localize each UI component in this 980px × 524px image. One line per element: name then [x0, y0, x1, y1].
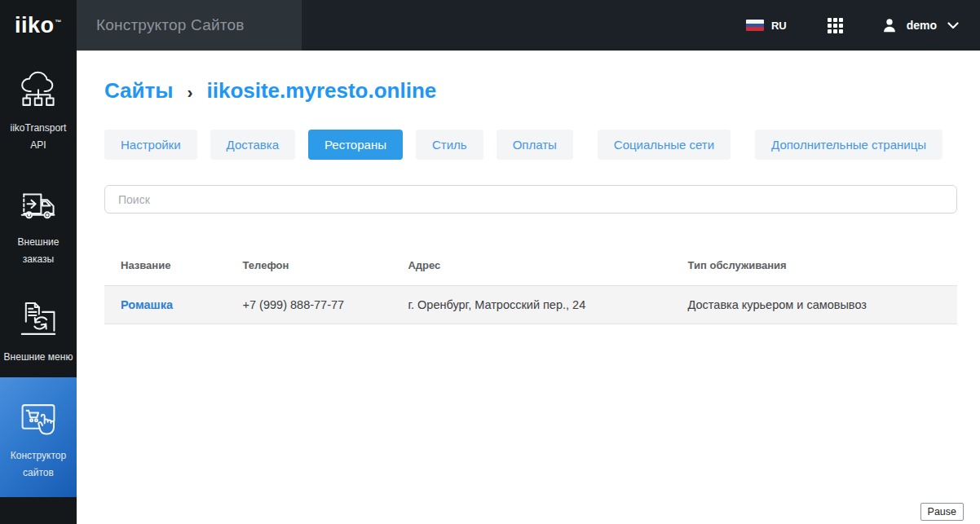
app-title-bar: Конструктор Сайтов: [77, 0, 302, 51]
sidebar-nav: iikoTransport API Внешние заказы: [0, 51, 77, 524]
sidebar-item-label: заказы: [0, 251, 77, 268]
restaurant-address: г. Оренбург, Матросский пер., 24: [391, 286, 671, 324]
delivery-truck-icon: [16, 183, 60, 227]
search-input[interactable]: [104, 185, 957, 214]
breadcrumb-current-site: iikosite.myresto.online: [206, 78, 436, 103]
tab-bar: Настройки Доставка Рестораны Стиль Оплат…: [104, 130, 964, 160]
restaurant-service-type: Доставка курьером и самовывоз: [672, 286, 957, 324]
breadcrumb-separator-icon: ›: [187, 81, 192, 102]
tab-style[interactable]: Стиль: [416, 130, 483, 160]
breadcrumb: Сайты › iikosite.myresto.online: [104, 78, 436, 103]
breadcrumb-sites-link[interactable]: Сайты: [104, 78, 173, 103]
sidebar-item-external-orders[interactable]: Внешние заказы: [0, 183, 77, 273]
column-header-phone: Телефон: [227, 244, 392, 286]
column-header-service-type: Тип обслуживания: [672, 244, 957, 286]
sidebar-item-external-menus[interactable]: Внешние меню: [0, 298, 77, 376]
language-label: RU: [771, 20, 787, 32]
sidebar-item-label: Внешние меню: [0, 349, 77, 366]
column-header-name: Название: [104, 244, 227, 286]
sidebar-item-label: Внешние: [0, 234, 77, 251]
sidebar-item-label: API: [0, 137, 77, 154]
russia-flag-icon: [746, 20, 764, 31]
apps-grid-icon[interactable]: [828, 18, 843, 33]
sidebar-item-label: Конструктор: [0, 447, 77, 465]
user-name: demo: [907, 19, 937, 32]
search-bar: [104, 185, 957, 214]
restaurant-name-link[interactable]: Ромашка: [121, 298, 173, 311]
pause-button[interactable]: Pause: [920, 503, 964, 521]
user-icon: [881, 16, 898, 34]
table-row[interactable]: Ромашка +7 (999) 888-77-77 г. Оренбург, …: [104, 286, 957, 324]
restaurants-table: Название Телефон Адрес Тип обслуживания …: [104, 244, 957, 324]
header-controls: RU demo: [302, 0, 980, 51]
tab-additional-pages[interactable]: Дополнительные страницы: [755, 130, 942, 160]
main-content: Сайты › iikosite.myresto.online Настройк…: [77, 51, 980, 524]
app-title: Конструктор Сайтов: [96, 16, 244, 34]
tab-social-networks[interactable]: Социальные сети: [598, 130, 731, 160]
cloud-network-icon: [16, 69, 60, 113]
sidebar-item-label: iikoTransport: [0, 120, 77, 137]
iiko-logo-text: iiko™: [15, 13, 62, 38]
column-header-address: Адрес: [391, 244, 671, 286]
sidebar-item-label: сайтов: [0, 465, 77, 482]
trademark-symbol: ™: [55, 19, 63, 26]
language-switcher[interactable]: RU: [746, 20, 787, 32]
tab-settings[interactable]: Настройки: [104, 130, 197, 160]
iiko-logo[interactable]: iiko™: [0, 0, 77, 51]
top-header: iiko™ Конструктор Сайтов RU demo: [0, 0, 980, 51]
tab-delivery[interactable]: Доставка: [210, 130, 295, 160]
sidebar-item-iikotransport-api[interactable]: iikoTransport API: [0, 68, 77, 170]
site-builder-icon: [16, 397, 60, 441]
chevron-down-icon: [947, 22, 959, 29]
user-menu[interactable]: demo: [881, 16, 959, 34]
external-menu-sync-icon: [16, 298, 60, 342]
tab-payments[interactable]: Оплаты: [497, 130, 573, 160]
sidebar-item-site-builder[interactable]: Конструктор сайтов: [0, 377, 77, 497]
restaurant-phone: +7 (999) 888-77-77: [227, 286, 392, 324]
app-window: iiko™ Конструктор Сайтов RU demo: [0, 0, 980, 524]
table-header-row: Название Телефон Адрес Тип обслуживания: [104, 244, 957, 286]
tab-restaurants[interactable]: Рестораны: [308, 130, 403, 160]
